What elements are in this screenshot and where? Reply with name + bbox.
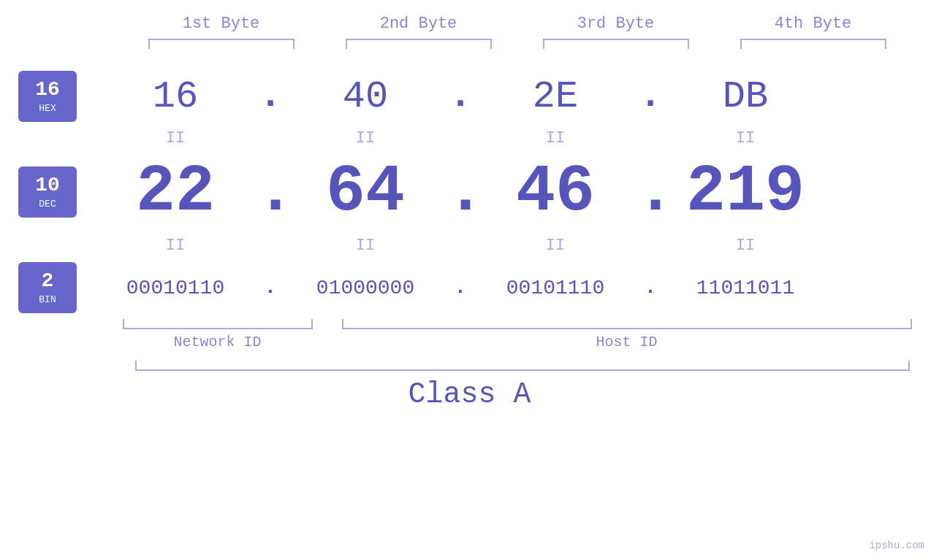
bin-label-container: 2 BIN bbox=[0, 262, 95, 313]
dec-dot3: . bbox=[636, 159, 665, 225]
hex-values: 16 . 40 . 2E . DB bbox=[95, 75, 939, 118]
section-labels: Network ID Host ID bbox=[123, 334, 912, 350]
eq1-b4: II bbox=[665, 129, 826, 147]
hex-label-box: 16 HEX bbox=[18, 71, 77, 122]
top-brackets bbox=[123, 39, 912, 49]
hex-b3: 2E bbox=[475, 75, 636, 118]
hex-label-base: HEX bbox=[39, 103, 56, 114]
bin-dot2: . bbox=[446, 277, 475, 298]
dec-label-base: DEC bbox=[39, 199, 56, 210]
dec-b2: 64 bbox=[285, 155, 446, 229]
hex-b1: 16 bbox=[95, 75, 256, 118]
network-id-label: Network ID bbox=[123, 334, 313, 350]
hex-b2: 40 bbox=[285, 75, 446, 118]
byte1-header: 1st Byte bbox=[141, 15, 302, 33]
bottom-bracket-row bbox=[123, 319, 912, 329]
hex-row: 16 HEX 16 . 40 . 2E . DB bbox=[0, 71, 939, 122]
dec-dot2: . bbox=[446, 159, 475, 225]
bracket-top-3 bbox=[543, 39, 689, 49]
equals-row-1: II II II II bbox=[0, 129, 939, 147]
eq1-b1: II bbox=[95, 129, 256, 147]
bracket-top-4 bbox=[740, 39, 886, 49]
dec-b1: 22 bbox=[95, 155, 256, 229]
bin-row: 2 BIN 00010110 . 01000000 . 00101110 . 1… bbox=[0, 262, 939, 313]
dec-label-box: 10 DEC bbox=[18, 166, 77, 218]
watermark: ipshu.com bbox=[869, 540, 924, 551]
class-label: Class A bbox=[0, 378, 939, 411]
bin-b2: 01000000 bbox=[285, 277, 446, 299]
hex-dot2: . bbox=[446, 77, 475, 115]
eq2-b2: II bbox=[285, 237, 446, 255]
eq2-b3: II bbox=[475, 237, 636, 255]
dec-label-num: 10 bbox=[35, 174, 60, 197]
full-bottom-bracket bbox=[135, 361, 910, 371]
network-bracket bbox=[123, 319, 313, 329]
dec-b3: 46 bbox=[475, 155, 636, 229]
bin-label-base: BIN bbox=[39, 294, 56, 305]
bracket-top-1 bbox=[148, 39, 294, 49]
bin-b3: 00101110 bbox=[475, 277, 636, 299]
byte2-header: 2nd Byte bbox=[338, 15, 499, 33]
hex-label-num: 16 bbox=[35, 79, 60, 101]
dec-values: 22 . 64 . 46 . 219 bbox=[95, 155, 939, 229]
equals-row-2: II II II II bbox=[0, 237, 939, 255]
eq1-b3: II bbox=[475, 129, 636, 147]
hex-label-container: 16 HEX bbox=[0, 71, 95, 122]
hex-dot3: . bbox=[636, 77, 665, 115]
host-bracket bbox=[342, 319, 912, 329]
bin-values: 00010110 . 01000000 . 00101110 . 1101101… bbox=[95, 277, 939, 299]
dec-dot1: . bbox=[256, 159, 285, 225]
main-container: 1st Byte 2nd Byte 3rd Byte 4th Byte 16 H… bbox=[0, 0, 939, 560]
eq2-b1: II bbox=[95, 237, 256, 255]
host-id-label: Host ID bbox=[342, 334, 912, 350]
bracket-top-2 bbox=[346, 39, 492, 49]
hex-b4: DB bbox=[665, 75, 826, 118]
dec-row: 10 DEC 22 . 64 . 46 . 219 bbox=[0, 155, 939, 229]
dec-b4: 219 bbox=[665, 155, 826, 229]
bin-label-box: 2 BIN bbox=[18, 262, 77, 313]
dec-label-container: 10 DEC bbox=[0, 166, 95, 218]
bin-dot3: . bbox=[636, 277, 665, 298]
bin-b4: 11011011 bbox=[665, 277, 826, 299]
bin-dot1: . bbox=[256, 277, 285, 298]
hex-dot1: . bbox=[256, 77, 285, 115]
eq1-b2: II bbox=[285, 129, 446, 147]
byte3-header: 3rd Byte bbox=[536, 15, 696, 33]
byte4-header: 4th Byte bbox=[733, 15, 894, 33]
bin-b1: 00010110 bbox=[95, 277, 256, 299]
eq2-b4: II bbox=[665, 237, 826, 255]
byte-headers: 1st Byte 2nd Byte 3rd Byte 4th Byte bbox=[123, 15, 912, 33]
bin-label-num: 2 bbox=[42, 270, 54, 293]
